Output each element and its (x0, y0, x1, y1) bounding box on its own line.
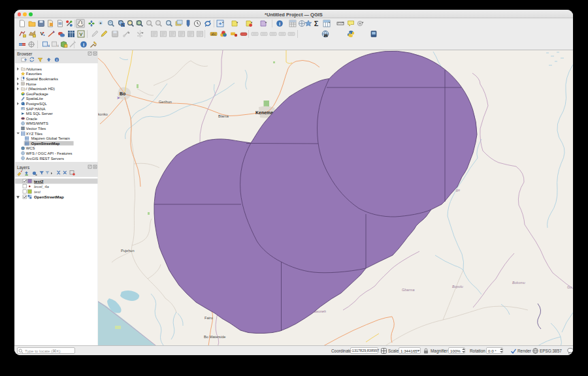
svg-text:ArcGIS REST Servers: ArcGIS REST Servers (26, 157, 64, 161)
svg-text:Go: Go (567, 285, 572, 289)
svg-text:/Volumes: /Volumes (26, 67, 42, 71)
svg-text:Home: Home (26, 82, 37, 86)
svg-text:test2: test2 (34, 179, 44, 183)
svg-text:/ (Macintosh HD): / (Macintosh HD) (26, 87, 55, 91)
svg-text:Blama: Blama (218, 114, 229, 118)
svg-text:Oracle: Oracle (26, 117, 38, 121)
svg-text:+: + (57, 44, 59, 48)
svg-text:Browser: Browser (17, 52, 33, 56)
svg-text:GeoPackage: GeoPackage (26, 92, 49, 96)
svg-text:Gerihun: Gerihun (159, 100, 172, 104)
svg-text:+: + (99, 21, 102, 25)
svg-text:V: V (41, 31, 44, 37)
svg-text:OpenStreetMap: OpenStreetMap (34, 195, 64, 199)
svg-text:i: i (279, 21, 280, 27)
svg-text:WFS / OGC API - Features: WFS / OGC API - Features (26, 151, 73, 155)
svg-text:Bopolu: Bopolu (452, 285, 463, 289)
svg-text:Bo Waterside: Bo Waterside (204, 335, 225, 339)
svg-text:Gbarma: Gbarma (402, 288, 414, 292)
svg-text:Mapzen Global Terrain: Mapzen Global Terrain (31, 136, 70, 140)
svg-text:Σ: Σ (314, 20, 319, 27)
svg-text:V: V (79, 31, 83, 37)
svg-text:XYZ Tiles: XYZ Tiles (26, 132, 42, 136)
svg-text:Vector Tiles: Vector Tiles (26, 127, 46, 131)
svg-text:Bo: Bo (120, 91, 125, 96)
svg-text:i: i (83, 42, 84, 48)
svg-text:Kenema: Kenema (255, 110, 273, 115)
svg-text:MS SQL Server: MS SQL Server (26, 112, 53, 116)
svg-text:Layers: Layers (17, 165, 29, 170)
svg-text:go: go (456, 188, 460, 192)
svg-text:test: test (34, 189, 41, 194)
svg-text:abc: abc (211, 33, 216, 36)
svg-text:Spatial Bookmarks: Spatial Bookmarks (26, 77, 58, 81)
svg-text:Pujehun: Pujehun (121, 249, 135, 253)
svg-text:WCS: WCS (26, 146, 35, 150)
svg-text:Favorites: Favorites (26, 72, 42, 76)
svg-text:level_4a: level_4a (34, 184, 50, 189)
svg-text:SAP: SAP (21, 108, 25, 110)
svg-text:PostgreSQL: PostgreSQL (26, 102, 48, 106)
svg-text:SpatiaLite: SpatiaLite (26, 97, 44, 101)
svg-text:SAP HANA: SAP HANA (26, 107, 46, 111)
svg-text:Bokomu: Bokomu (512, 281, 525, 285)
svg-text:WMS/WMTS: WMS/WMTS (26, 121, 48, 125)
svg-text:Fairo: Fairo (204, 316, 213, 320)
svg-text:−: − (109, 21, 112, 25)
svg-text:konko: konko (98, 112, 108, 116)
svg-text:+: + (48, 44, 50, 48)
svg-text:OpenStreetMap: OpenStreetMap (31, 142, 60, 146)
